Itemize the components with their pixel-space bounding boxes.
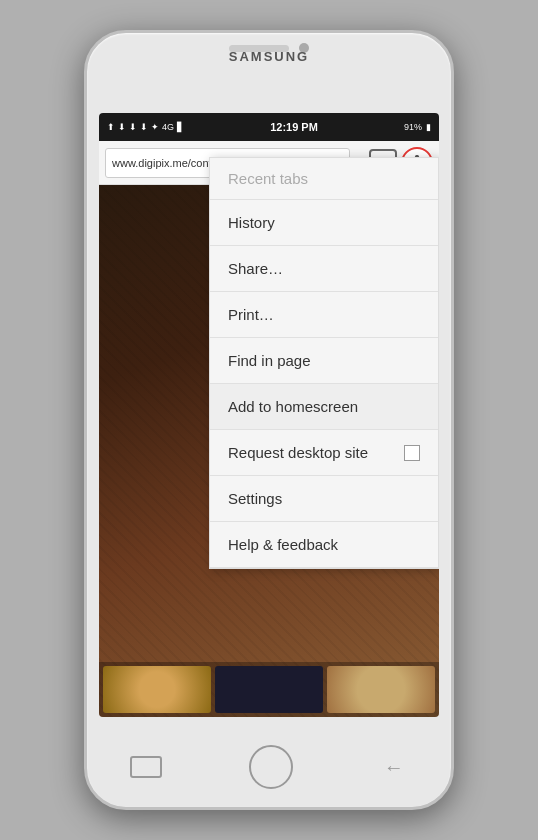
brand-label: SAMSUNG: [229, 49, 309, 64]
phone-nav: ←: [87, 745, 451, 789]
upload-icon: ⬆: [107, 122, 115, 132]
menu-item-request-desktop-label: Request desktop site: [228, 444, 368, 461]
status-right: 91% ▮: [404, 122, 431, 132]
dropdown-menu: Recent tabs History Share… Print… Find i…: [209, 157, 439, 569]
menu-item-settings-label: Settings: [228, 490, 282, 507]
download2-icon: ⬇: [129, 122, 137, 132]
home-button[interactable]: [249, 745, 293, 789]
status-bar: ⬆ ⬇ ⬇ ⬇ ✦ 4G ▋ 12:19 PM 91% ▮: [99, 113, 439, 141]
recent-tabs-item[interactable]: Recent tabs: [210, 158, 438, 200]
menu-item-print-label: Print…: [228, 306, 274, 323]
battery-icon: ▮: [426, 122, 431, 132]
network-icon: 4G: [162, 122, 174, 132]
menu-item-help-label: Help & feedback: [228, 536, 338, 553]
menu-item-share-label: Share…: [228, 260, 283, 277]
menu-item-settings[interactable]: Settings: [210, 476, 438, 522]
recent-apps-button[interactable]: [130, 756, 162, 778]
menu-item-find-label: Find in page: [228, 352, 311, 369]
thumbnail-3: [327, 666, 435, 713]
menu-item-add-homescreen[interactable]: Add to homescreen: [210, 384, 438, 430]
menu-item-request-desktop[interactable]: Request desktop site: [210, 430, 438, 476]
phone-frame: SAMSUNG ⬆ ⬇ ⬇ ⬇ ✦ 4G ▋ 12:19 PM 91% ▮ ww…: [84, 30, 454, 810]
bluetooth-icon: ✦: [151, 122, 159, 132]
menu-item-help[interactable]: Help & feedback: [210, 522, 438, 568]
phone-screen: ⬆ ⬇ ⬇ ⬇ ✦ 4G ▋ 12:19 PM 91% ▮ www.digipi…: [99, 113, 439, 717]
menu-item-add-homescreen-label: Add to homescreen: [228, 398, 358, 415]
menu-item-history[interactable]: History: [210, 200, 438, 246]
status-left-icons: ⬆ ⬇ ⬇ ⬇ ✦ 4G ▋: [107, 122, 184, 132]
menu-item-history-label: History: [228, 214, 275, 231]
back-button[interactable]: ←: [380, 756, 408, 778]
menu-item-print[interactable]: Print…: [210, 292, 438, 338]
request-desktop-checkbox[interactable]: [404, 445, 420, 461]
thumbnail-2: [215, 666, 323, 713]
menu-item-find[interactable]: Find in page: [210, 338, 438, 384]
status-time: 12:19 PM: [270, 121, 318, 133]
battery-percent: 91%: [404, 122, 422, 132]
download3-icon: ⬇: [140, 122, 148, 132]
signal-icon: ▋: [177, 122, 184, 132]
menu-item-share[interactable]: Share…: [210, 246, 438, 292]
bottom-thumbnails: [99, 662, 439, 717]
download-icon: ⬇: [118, 122, 126, 132]
back-icon: ←: [384, 756, 404, 779]
thumbnail-1: [103, 666, 211, 713]
